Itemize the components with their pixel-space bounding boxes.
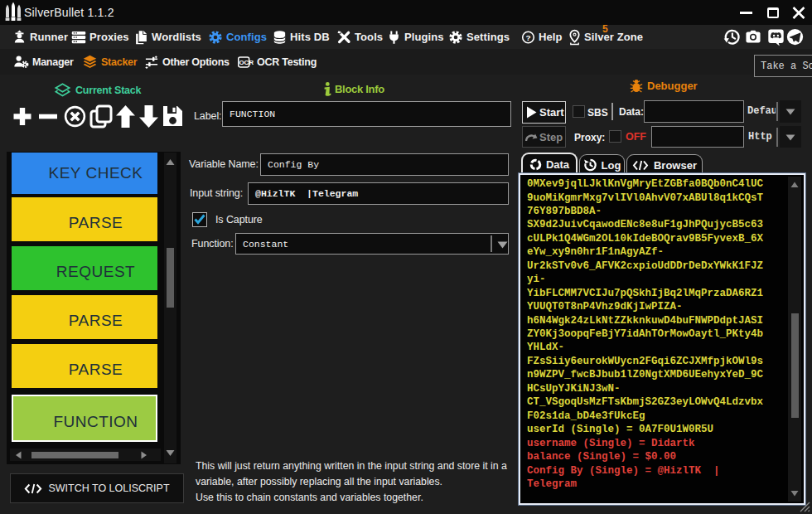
svg-text:OC: OC bbox=[239, 59, 249, 66]
svg-text:R: R bbox=[249, 59, 254, 66]
svg-text:?: ? bbox=[525, 32, 530, 41]
